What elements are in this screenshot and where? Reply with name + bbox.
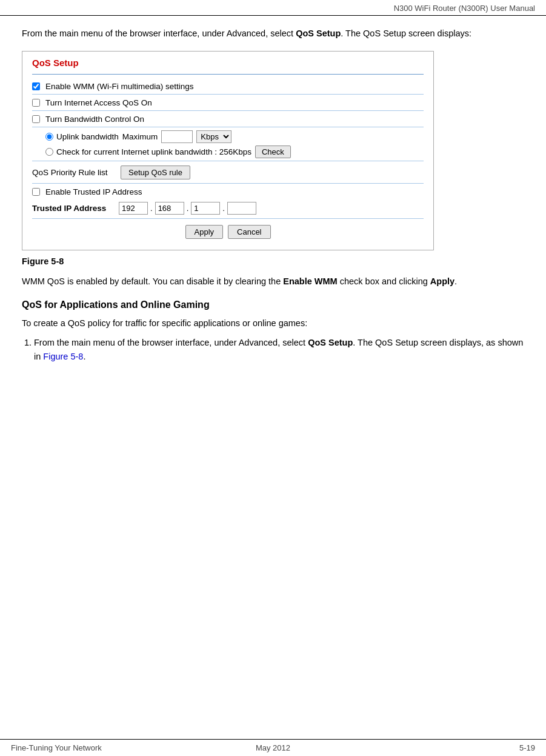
qos-box-title: QoS Setup	[32, 58, 424, 68]
uplink-radio-label[interactable]: Uplink bandwidth	[45, 132, 119, 141]
enable-trusted-label[interactable]: Enable Trusted IP Address	[32, 187, 142, 196]
enable-trusted-checkbox[interactable]	[32, 188, 40, 196]
uplink-label-text: Uplink bandwidth	[56, 132, 119, 141]
step-1-text3: .	[83, 352, 85, 361]
qos-intro-text: To create a QoS policy for traffic for s…	[22, 316, 524, 330]
wmm-bold: Enable WMM	[283, 276, 337, 286]
setup-qos-rule-button[interactable]: Setup QoS rule	[121, 166, 190, 179]
enable-wmm-row: Enable WMM (Wi-Fi multimedia) settings	[32, 78, 424, 95]
footer-left: Fine-Tuning Your Network	[11, 743, 102, 752]
action-row: Apply Cancel	[32, 219, 424, 240]
qos-section-heading: QoS for Applications and Online Gaming	[22, 299, 524, 310]
figure-5-8-link[interactable]: Figure 5-8	[43, 352, 83, 361]
wmm-text2: check box and clicking	[338, 276, 430, 286]
turn-bandwidth-label[interactable]: Turn Bandwidth Control On	[32, 115, 144, 124]
step-1: From the main menu of the browser interf…	[34, 336, 524, 363]
apply-button[interactable]: Apply	[185, 225, 224, 239]
trusted-ip-oct1[interactable]	[119, 202, 148, 215]
enable-trusted-row: Enable Trusted IP Address	[32, 184, 424, 199]
trusted-ip-oct4[interactable]	[227, 202, 256, 215]
figure-label: Figure 5-8	[22, 256, 524, 266]
qos-divider-1	[32, 74, 424, 75]
priority-rule-row: QoS Priority Rule list Setup QoS rule	[32, 161, 424, 184]
enable-wmm-text: Enable WMM (Wi-Fi multimedia) settings	[45, 82, 194, 91]
turn-internet-checkbox[interactable]	[32, 99, 40, 107]
trusted-ip-oct3[interactable]	[191, 202, 220, 215]
bandwidth-section: Uplink bandwidth Maximum 256 Kbps Mbps C…	[32, 127, 424, 161]
intro-text2: . The QoS Setup screen displays:	[341, 28, 471, 38]
check-bandwidth-row: Check for current Internet uplink bandwi…	[45, 146, 424, 158]
enable-trusted-text: Enable Trusted IP Address	[45, 187, 142, 196]
turn-internet-label[interactable]: Turn Internet Access QoS On	[32, 98, 152, 107]
trusted-ip-section: Enable Trusted IP Address Trusted IP Add…	[32, 184, 424, 219]
turn-bandwidth-row: Turn Bandwidth Control On	[32, 111, 424, 127]
trusted-ip-oct2[interactable]	[155, 202, 184, 215]
uplink-radio[interactable]	[45, 133, 53, 141]
trusted-ip-addr-row: Trusted IP Address . . .	[32, 199, 424, 218]
wmm-text1: WMM QoS is enabled by default. You can d…	[22, 276, 283, 286]
page-footer: Fine-Tuning Your Network May 2012 5-19	[0, 739, 546, 756]
turn-bandwidth-checkbox[interactable]	[32, 115, 40, 123]
cancel-button[interactable]: Cancel	[228, 225, 270, 239]
enable-wmm-label[interactable]: Enable WMM (Wi-Fi multimedia) settings	[32, 82, 194, 91]
trusted-ip-addr-label: Trusted IP Address	[32, 204, 117, 213]
page-header: N300 WiFi Router (N300R) User Manual	[0, 0, 546, 16]
uplink-maximum-label: Maximum	[122, 132, 158, 141]
check-internet-radio-label[interactable]: Check for current Internet uplink bandwi…	[45, 147, 251, 156]
turn-bandwidth-text: Turn Bandwidth Control On	[45, 115, 144, 124]
wmm-text3: .	[454, 276, 457, 286]
header-title: N300 WiFi Router (N300R) User Manual	[394, 4, 535, 13]
wmm-apply-bold: Apply	[430, 276, 454, 286]
steps-list: From the main menu of the browser interf…	[34, 336, 524, 363]
intro-bold1: QoS Setup	[296, 28, 341, 38]
priority-rule-label-text: QoS Priority Rule list	[32, 168, 111, 177]
uplink-bandwidth-row: Uplink bandwidth Maximum 256 Kbps Mbps	[45, 130, 424, 143]
qos-setup-box: QoS Setup Enable WMM (Wi-Fi multimedia) …	[22, 51, 434, 250]
step-1-text1: From the main menu of the browser interf…	[34, 338, 308, 347]
turn-internet-text: Turn Internet Access QoS On	[45, 98, 152, 107]
enable-wmm-checkbox[interactable]	[32, 82, 40, 90]
check-button[interactable]: Check	[255, 146, 291, 158]
check-internet-text: Check for current Internet uplink bandwi…	[56, 147, 251, 156]
ip-sep-3: .	[222, 204, 225, 213]
check-internet-radio[interactable]	[45, 148, 53, 156]
intro-text1: From the main menu of the browser interf…	[22, 28, 296, 38]
wmm-paragraph: WMM QoS is enabled by default. You can d…	[22, 275, 524, 288]
ip-sep-2: .	[187, 204, 189, 213]
footer-right: 5-19	[519, 743, 535, 752]
intro-paragraph: From the main menu of the browser interf…	[22, 27, 524, 40]
ip-sep-1: .	[150, 204, 153, 213]
step-1-bold1: QoS Setup	[308, 338, 353, 347]
uplink-bandwidth-input[interactable]: 256	[161, 130, 193, 143]
uplink-unit-select[interactable]: Kbps Mbps	[196, 130, 231, 143]
footer-center: May 2012	[256, 743, 290, 752]
turn-internet-row: Turn Internet Access QoS On	[32, 95, 424, 111]
